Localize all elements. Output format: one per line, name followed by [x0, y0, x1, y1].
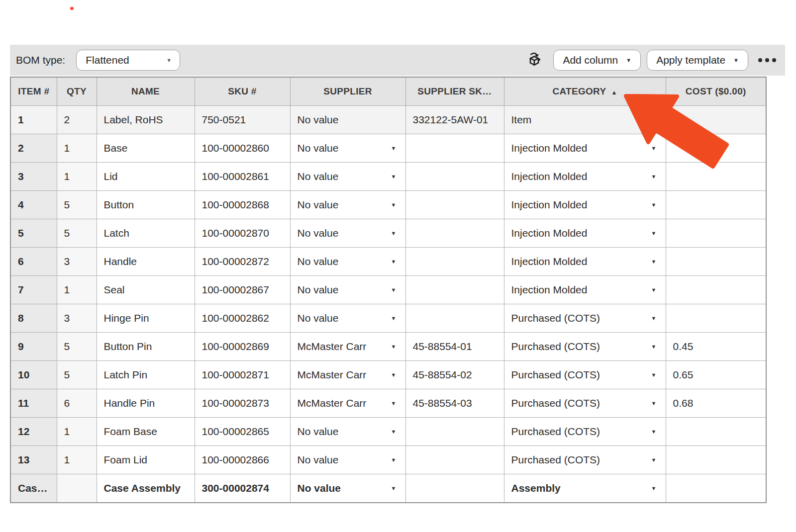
supplier-cell[interactable]: No value [290, 106, 405, 134]
cost-cell[interactable] [666, 134, 766, 163]
sku-cell[interactable]: 100-00002865 [195, 418, 290, 446]
supplier-sku-cell[interactable] [405, 219, 504, 248]
category-cell[interactable]: Injection Molded▼ [504, 276, 666, 304]
supplier-cell[interactable]: No value▼ [290, 474, 405, 503]
supplier-sku-cell[interactable] [405, 474, 504, 503]
cost-cell[interactable] [666, 248, 766, 276]
sku-cell[interactable]: 100-00002871 [195, 361, 290, 389]
category-cell[interactable]: Purchased (COTS)▼ [504, 304, 666, 333]
cost-cell[interactable] [666, 106, 766, 134]
cost-cell[interactable] [666, 304, 766, 333]
name-cell[interactable]: Button Pin [97, 333, 195, 361]
supplier-cell[interactable]: McMaster Carr▼ [290, 333, 405, 361]
name-cell[interactable]: Seal [97, 276, 195, 304]
cost-cell[interactable]: 0.68 [666, 389, 766, 418]
qty-cell[interactable] [57, 474, 97, 503]
qty-cell[interactable]: 1 [57, 446, 97, 474]
qty-cell[interactable]: 1 [57, 418, 97, 446]
name-cell[interactable]: Latch [97, 219, 195, 248]
supplier-sku-cell[interactable]: 45-88554-01 [405, 333, 504, 361]
category-cell[interactable]: Injection Molded▼ [504, 163, 666, 191]
supplier-cell[interactable]: No value▼ [290, 219, 405, 248]
qty-cell[interactable]: 1 [57, 163, 97, 191]
column-header-cost[interactable]: COST ($0.00) [666, 77, 766, 106]
supplier-sku-cell[interactable] [405, 191, 504, 219]
category-cell[interactable]: Assembly▼ [504, 474, 666, 503]
qty-cell[interactable]: 5 [57, 333, 97, 361]
supplier-sku-cell[interactable] [405, 418, 504, 446]
name-cell[interactable]: Label, RoHS [97, 106, 195, 134]
cost-cell[interactable] [666, 418, 766, 446]
supplier-cell[interactable]: No value▼ [290, 276, 405, 304]
name-cell[interactable]: Case Assembly [97, 474, 195, 503]
supplier-sku-cell[interactable]: 45-88554-02 [405, 361, 504, 389]
cost-cell[interactable] [666, 191, 766, 219]
cost-cell[interactable] [666, 446, 766, 474]
name-cell[interactable]: Handle Pin [97, 389, 195, 418]
supplier-cell[interactable]: No value▼ [290, 248, 405, 276]
supplier-sku-cell[interactable] [405, 304, 504, 333]
supplier-sku-cell[interactable] [405, 248, 504, 276]
supplier-cell[interactable]: No value▼ [290, 418, 405, 446]
category-cell[interactable]: Purchased (COTS)▼ [504, 418, 666, 446]
category-cell[interactable]: Injection Molded▼ [504, 248, 666, 276]
add-column-button[interactable]: Add column ▼ [553, 50, 641, 71]
name-cell[interactable]: Button [97, 191, 195, 219]
name-cell[interactable]: Lid [97, 163, 195, 191]
category-cell[interactable]: Purchased (COTS)▼ [504, 389, 666, 418]
sku-cell[interactable]: 100-00002861 [195, 163, 290, 191]
name-cell[interactable]: Foam Base [97, 418, 195, 446]
cost-cell[interactable]: 0.45 [666, 333, 766, 361]
category-cell[interactable]: Purchased (COTS)▼ [504, 361, 666, 389]
sku-cell[interactable]: 100-00002869 [195, 333, 290, 361]
cost-cell[interactable] [666, 474, 766, 503]
supplier-sku-cell[interactable] [405, 276, 504, 304]
supplier-cell[interactable]: No value▼ [290, 134, 405, 163]
cost-cell[interactable] [666, 163, 766, 191]
supplier-cell[interactable]: No value▼ [290, 304, 405, 333]
name-cell[interactable]: Latch Pin [97, 361, 195, 389]
name-cell[interactable]: Handle [97, 248, 195, 276]
sku-cell[interactable]: 100-00002873 [195, 389, 290, 418]
sku-cell[interactable]: 750-0521 [195, 106, 290, 134]
column-header-category[interactable]: CATEGORY▲ [504, 77, 666, 106]
supplier-cell[interactable]: No value▼ [290, 446, 405, 474]
column-header-supplier[interactable]: SUPPLIER [290, 77, 405, 106]
name-cell[interactable]: Base [97, 134, 195, 163]
sku-cell[interactable]: 100-00002866 [195, 446, 290, 474]
qty-cell[interactable]: 5 [57, 361, 97, 389]
cost-cell[interactable] [666, 219, 766, 248]
name-cell[interactable]: Foam Lid [97, 446, 195, 474]
sku-cell[interactable]: 300-00002874 [195, 474, 290, 503]
supplier-sku-cell[interactable] [405, 163, 504, 191]
category-cell[interactable]: Injection Molded▼ [504, 134, 666, 163]
qty-cell[interactable]: 5 [57, 219, 97, 248]
column-header-supplier_sku[interactable]: SUPPLIER SK… [405, 77, 504, 106]
supplier-cell[interactable]: McMaster Carr▼ [290, 361, 405, 389]
column-header-sku[interactable]: SKU # [195, 77, 290, 106]
sku-cell[interactable]: 100-00002862 [195, 304, 290, 333]
sku-cell[interactable]: 100-00002872 [195, 248, 290, 276]
sku-cell[interactable]: 100-00002860 [195, 134, 290, 163]
supplier-sku-cell[interactable] [405, 446, 504, 474]
column-header-item[interactable]: ITEM # [10, 77, 57, 106]
category-cell[interactable]: Injection Molded▼ [504, 191, 666, 219]
category-cell[interactable]: Purchased (COTS)▼ [504, 446, 666, 474]
apply-template-button[interactable]: Apply template ▼ [647, 50, 748, 71]
supplier-cell[interactable]: McMaster Carr▼ [290, 389, 405, 418]
sku-cell[interactable]: 100-00002868 [195, 191, 290, 219]
name-cell[interactable]: Hinge Pin [97, 304, 195, 333]
column-header-qty[interactable]: QTY [57, 77, 97, 106]
category-cell[interactable]: Purchased (COTS)▼ [504, 333, 666, 361]
sku-cell[interactable]: 100-00002867 [195, 276, 290, 304]
supplier-sku-cell[interactable]: 45-88554-03 [405, 389, 504, 418]
bom-type-select[interactable]: Flattened ▼ [76, 50, 180, 71]
qty-cell[interactable]: 1 [57, 276, 97, 304]
category-cell[interactable]: Injection Molded▼ [504, 219, 666, 248]
cost-cell[interactable]: 0.65 [666, 361, 766, 389]
qty-cell[interactable]: 3 [57, 304, 97, 333]
qty-cell[interactable]: 2 [57, 106, 97, 134]
category-cell[interactable]: Item [504, 106, 666, 134]
qty-cell[interactable]: 3 [57, 248, 97, 276]
supplier-cell[interactable]: No value▼ [290, 191, 405, 219]
